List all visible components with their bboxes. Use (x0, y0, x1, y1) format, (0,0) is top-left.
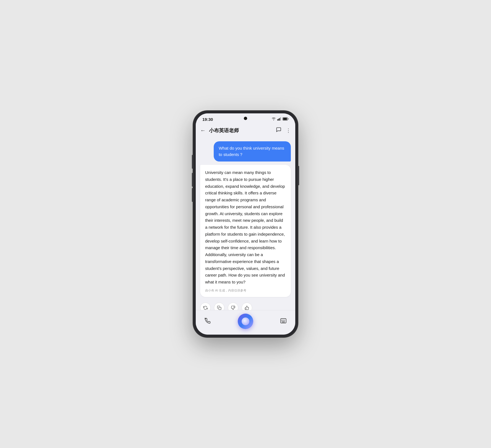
ai-message-text: University can mean many things to stude… (205, 169, 286, 286)
svg-rect-2 (279, 118, 280, 121)
svg-rect-5 (283, 118, 287, 120)
svg-rect-6 (219, 307, 221, 310)
svg-rect-3 (280, 117, 281, 121)
dislike-button[interactable] (228, 303, 238, 310)
chat-area: What do you think university means to st… (196, 138, 295, 310)
chat-icon[interactable] (276, 127, 281, 134)
voice-button-inner (242, 317, 249, 325)
refresh-button[interactable] (200, 303, 211, 310)
header-icons: ⋮ (276, 127, 291, 134)
phone-frame: 19:30 (193, 111, 298, 337)
copy-button[interactable] (214, 303, 224, 310)
like-button[interactable] (242, 303, 252, 310)
signal-icon (277, 117, 281, 122)
phone-screen: 19:30 (196, 113, 295, 335)
action-bar (200, 300, 291, 310)
keyboard-icon[interactable] (280, 318, 286, 325)
user-message: What do you think university means to st… (214, 141, 291, 162)
bottom-bar (196, 310, 295, 335)
chat-title: 小布英语老师 (208, 127, 276, 134)
status-bar: 19:30 (196, 113, 295, 124)
svg-rect-1 (278, 119, 279, 121)
camera-notch (244, 117, 247, 120)
ai-message-bubble: University can mean many things to stude… (200, 165, 291, 297)
svg-rect-0 (277, 119, 278, 121)
wifi-icon (271, 117, 276, 122)
status-icons (271, 117, 289, 122)
battery-icon (283, 117, 289, 122)
app-header: ← 小布英语老师 ⋮ (196, 124, 295, 138)
phone-icon[interactable] (205, 318, 211, 325)
back-button[interactable]: ← (200, 126, 208, 135)
status-time: 19:30 (202, 117, 213, 122)
more-icon[interactable]: ⋮ (286, 127, 291, 134)
ai-attribution: 由小布 AI 生成，内容仅供参考 (205, 288, 286, 293)
voice-button[interactable] (238, 314, 253, 329)
